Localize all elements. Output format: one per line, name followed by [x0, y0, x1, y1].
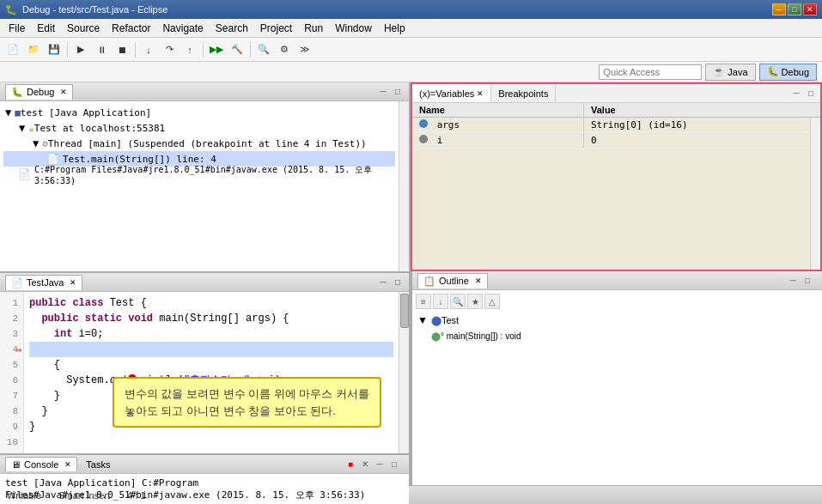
console-maximize[interactable]: □ [388, 458, 400, 471]
outline-btn[interactable]: ≡ [416, 294, 431, 309]
outline-tab-label: Outline [439, 276, 469, 286]
app-icon: 🐛 [5, 4, 17, 15]
toolbar-step-into[interactable]: ↓ [139, 40, 158, 59]
editor-scrollbar[interactable] [399, 292, 409, 453]
toolbar-debug-pause[interactable]: ⏸ [92, 40, 111, 59]
outline-tree-item[interactable]: ▼ ⬤ Test [416, 313, 819, 328]
close-button[interactable]: ✕ [803, 3, 817, 15]
quick-access-input[interactable] [599, 64, 702, 80]
editor-maximize[interactable]: □ [392, 276, 404, 288]
toolbar-run[interactable]: ▶▶ [207, 40, 226, 59]
code-area[interactable]: public class Test { public static void m… [24, 292, 399, 453]
console-tab[interactable]: 🖥 Console ✕ [5, 457, 77, 471]
outline-panel-header: 📋 Outline ✕ ─ □ [412, 271, 822, 290]
console-clear[interactable]: ■ [344, 458, 356, 471]
editor-minimize[interactable]: ─ [377, 276, 389, 288]
menu-window[interactable]: Window [330, 21, 377, 36]
debug-panel-maximize[interactable]: □ [392, 86, 404, 98]
variable-row[interactable]: i 0 [412, 133, 810, 149]
console-terminate[interactable]: ✕ [359, 458, 371, 471]
debug-tab-icon: 🐛 [11, 87, 23, 98]
outline-tree-item[interactable]: ⬤ ° main(String[]) : void [416, 328, 819, 343]
expand-icon: ▼ [19, 122, 25, 134]
vars-panel-maximize[interactable]: □ [805, 88, 817, 100]
toolbar-build[interactable]: 🔨 [228, 40, 247, 59]
editor-tab-close[interactable]: ✕ [70, 278, 76, 287]
top-section: 🐛 Debug ✕ ─ □ ▼ ■ test [Java Application… [0, 82, 822, 271]
variables-panel: (x)= Variables ✕ Breakpoints ─ □ Name Va… [411, 82, 822, 271]
outline-btn[interactable]: 🔍 [450, 294, 466, 309]
console-panel-header: 🖥 Console ✕ Tasks ■ ✕ ─ □ [0, 455, 409, 474]
toolbar-debug-stop[interactable]: ⏹ [113, 40, 131, 59]
callout-tooltip: 변수의 값을 보려면 변수 이름 위에 마우스 커서를놓아도 되고 아니면 변수… [113, 377, 381, 428]
toolbar-new[interactable]: 📄 [3, 40, 22, 59]
breakpoints-tab[interactable]: Breakpoints [491, 84, 556, 102]
debug-panel-minimize[interactable]: ─ [377, 86, 389, 98]
toolbar-debug-resume[interactable]: ▶ [71, 40, 90, 59]
menu-file[interactable]: File [3, 21, 30, 36]
menu-project[interactable]: Project [255, 21, 297, 36]
toolbar-save[interactable]: 💾 [45, 40, 64, 59]
toolbar-more[interactable]: ≫ [295, 40, 314, 59]
outline-btn[interactable]: △ [484, 294, 500, 309]
debug-tree[interactable]: ▼ ■ test [Java Application] ▼ ☕ Test at … [0, 101, 399, 271]
minimize-button[interactable]: ─ [772, 3, 786, 15]
java-label: Java [728, 67, 747, 77]
java-perspective-button[interactable]: ☕ Java [705, 64, 755, 81]
toolbar-search[interactable]: 🔍 [254, 40, 273, 59]
code-line: public class Test { [29, 295, 393, 311]
java-icon: ☕ [713, 66, 725, 77]
editor-content[interactable]: 1 2 3 4 5 6 7 8 9 10 public class [0, 292, 409, 453]
vars-panel-minimize[interactable]: ─ [790, 88, 802, 100]
editor-tab[interactable]: 📄 TestJava ✕ [5, 275, 82, 290]
outline-tab-close[interactable]: ✕ [475, 276, 482, 285]
toolbar: 📄 📁 💾 ▶ ⏸ ⏹ ↓ ↷ ↑ ▶▶ 🔨 🔍 ⚙ ≫ [0, 38, 822, 62]
code-line: { [29, 357, 393, 373]
console-tab-close[interactable]: ✕ [64, 460, 71, 469]
outline-btn[interactable]: ↓ [433, 294, 448, 309]
menu-run[interactable]: Run [299, 21, 328, 36]
editor-panel: 📄 TestJava ✕ ─ □ 1 2 3 [0, 271, 409, 453]
tree-item[interactable]: ▼ ⚙ Thread [main] (Suspended (breakpoint… [3, 136, 395, 151]
maximize-button[interactable]: □ [788, 3, 801, 15]
toolbar-sep3 [203, 42, 204, 58]
toolbar-step-over[interactable]: ↷ [160, 40, 179, 59]
debug-tab-label: Debug [27, 87, 54, 97]
outline-maximize[interactable]: □ [801, 275, 813, 287]
menu-search[interactable]: Search [210, 21, 253, 36]
outline-tree[interactable]: ≡ ↓ 🔍 ★ △ ▼ ⬤ Test ⬤ ° main(Stri [412, 290, 822, 485]
debug-perspective-button[interactable]: 🐛 Debug [759, 64, 817, 81]
variables-scrollbar[interactable] [810, 118, 820, 270]
toolbar-open[interactable]: 📁 [24, 40, 43, 59]
outline-panel: 📋 Outline ✕ ─ □ ≡ ↓ 🔍 [411, 271, 822, 485]
line-numbers: 1 2 3 4 5 6 7 8 9 10 [0, 292, 24, 453]
tree-item[interactable]: ▼ ■ test [Java Application] [3, 105, 395, 120]
menu-refactor[interactable]: Refactor [107, 21, 155, 36]
menu-navigate[interactable]: Navigate [157, 21, 208, 36]
outline-minimize[interactable]: ─ [787, 275, 799, 287]
writable-status: Writable [7, 490, 41, 501]
cursor-position: 4 : 1 [127, 490, 145, 501]
variable-row[interactable]: args String[0] (id=16) [412, 118, 810, 133]
debug-scrollbar[interactable] [399, 101, 409, 271]
outline-btn[interactable]: ★ [467, 294, 483, 309]
variables-icon: (x)= [419, 88, 435, 99]
debug-tab[interactable]: 🐛 Debug ✕ [5, 84, 73, 100]
variables-tab-close[interactable]: ✕ [477, 89, 484, 98]
tree-item[interactable]: 📄 C:#Program Files#Java#jre1.8.0_51#bin#… [3, 167, 395, 182]
scroll-thumb[interactable] [400, 294, 409, 328]
menu-help[interactable]: Help [379, 21, 411, 36]
toolbar-step-return[interactable]: ↑ [180, 40, 199, 59]
outline-method-icon: ⬤ [431, 331, 441, 341]
outline-class-icon: ⬤ [431, 315, 441, 326]
console-minimize[interactable]: ─ [374, 458, 386, 471]
tasks-tab[interactable]: Tasks [81, 458, 115, 471]
menu-edit[interactable]: Edit [32, 21, 60, 36]
variables-tab[interactable]: (x)= Variables ✕ [412, 84, 491, 102]
tree-item[interactable]: ▼ ☕ Test at localhost:55381 [3, 120, 395, 136]
menu-source[interactable]: Source [62, 21, 105, 36]
debug-tab-close-icon[interactable]: ✕ [60, 88, 67, 96]
java-app-icon: ☕ [28, 123, 34, 134]
toolbar-settings[interactable]: ⚙ [275, 40, 294, 59]
outline-tab[interactable]: 📋 Outline ✕ [417, 273, 488, 288]
